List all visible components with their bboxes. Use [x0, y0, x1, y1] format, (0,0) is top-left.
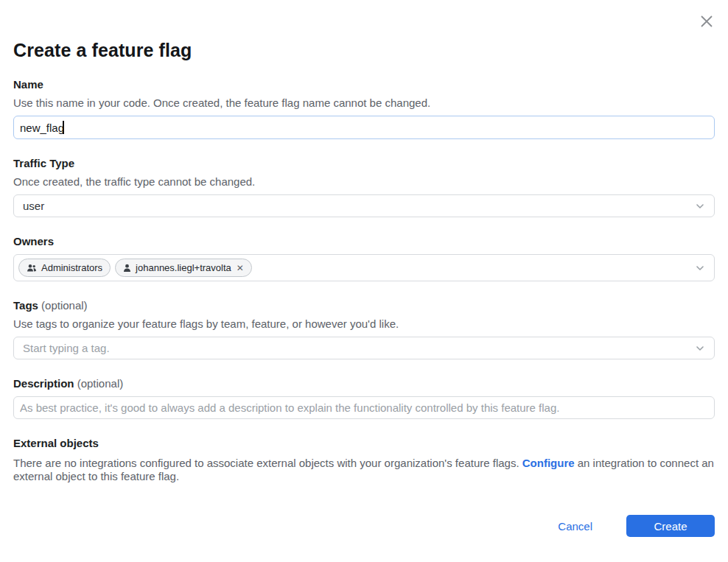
- description-label: Description (optional): [13, 378, 715, 390]
- name-section: Name Use this name in your code. Once cr…: [13, 79, 715, 139]
- text-caret: [63, 121, 64, 134]
- description-label-text: Description: [13, 377, 74, 390]
- name-input[interactable]: [13, 116, 715, 139]
- traffic-type-select[interactable]: user: [13, 194, 715, 217]
- close-button[interactable]: [698, 13, 715, 30]
- create-button[interactable]: Create: [626, 515, 715, 537]
- owners-section: Owners Administrators johannes.liegl+tra…: [13, 236, 715, 281]
- description-optional-note: (optional): [77, 377, 124, 390]
- chevron-down-icon: [695, 201, 705, 211]
- owner-chip-label: Administrators: [41, 262, 102, 273]
- traffic-type-label: Traffic Type: [13, 158, 715, 169]
- configure-link[interactable]: Configure: [522, 457, 575, 469]
- tags-help-text: Use tags to organize your feature flags …: [13, 318, 715, 330]
- owners-label: Owners: [13, 236, 715, 247]
- tags-label-text: Tags: [13, 299, 38, 312]
- create-feature-flag-modal: Create a feature flag Name Use this name…: [0, 0, 728, 562]
- close-icon: [699, 13, 715, 29]
- external-objects-section: External objects There are no integratio…: [13, 438, 715, 483]
- traffic-type-value: user: [23, 200, 44, 212]
- remove-owner-icon[interactable]: ✕: [236, 264, 244, 273]
- owner-chip-user[interactable]: johannes.liegl+travolta ✕: [115, 259, 252, 277]
- tags-select[interactable]: Start typing a tag.: [13, 337, 715, 359]
- tags-section: Tags (optional) Use tags to organize you…: [13, 300, 715, 359]
- external-objects-text: There are no integrations configured to …: [13, 457, 715, 483]
- traffic-type-help-text: Once created, the traffic type cannot be…: [13, 176, 715, 188]
- tags-label: Tags (optional): [13, 300, 715, 312]
- description-section: Description (optional): [13, 378, 715, 419]
- name-help-text: Use this name in your code. Once created…: [13, 97, 715, 109]
- group-icon: [27, 264, 37, 273]
- modal-footer: Cancel Create: [13, 515, 715, 537]
- page-title: Create a feature flag: [13, 0, 715, 60]
- chevron-down-icon: [695, 263, 705, 273]
- description-input[interactable]: [13, 396, 715, 419]
- owner-chip-administrators[interactable]: Administrators: [18, 259, 111, 277]
- external-objects-label: External objects: [13, 438, 715, 449]
- traffic-type-section: Traffic Type Once created, the traffic t…: [13, 158, 715, 217]
- person-icon: [123, 264, 131, 273]
- owner-chip-label: johannes.liegl+travolta: [136, 262, 231, 273]
- tags-placeholder: Start typing a tag.: [23, 342, 110, 354]
- tags-optional-note: (optional): [41, 299, 88, 312]
- external-objects-text-before: There are no integrations configured to …: [13, 457, 522, 469]
- name-label: Name: [13, 79, 715, 91]
- chevron-down-icon: [695, 343, 705, 354]
- owners-select[interactable]: Administrators johannes.liegl+travolta ✕: [13, 254, 715, 281]
- cancel-button[interactable]: Cancel: [558, 520, 592, 533]
